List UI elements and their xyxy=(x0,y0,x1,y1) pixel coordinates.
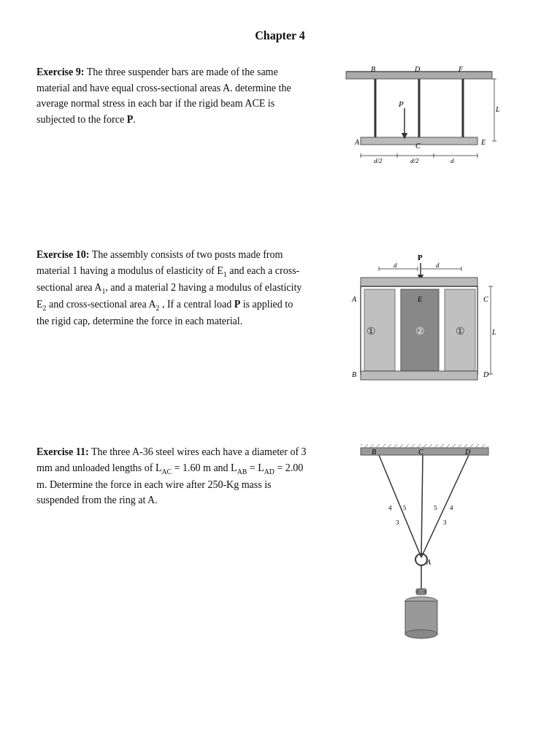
svg-point-78 xyxy=(416,590,419,593)
svg-line-60 xyxy=(421,455,423,557)
svg-text:P: P xyxy=(418,253,423,262)
exercise-11-label: Exercise 11: xyxy=(37,446,89,457)
svg-text:C: C xyxy=(415,142,421,150)
svg-text:A: A xyxy=(351,295,357,303)
svg-text:d: d xyxy=(394,262,397,269)
svg-text:d/2: d/2 xyxy=(410,157,419,164)
svg-text:3: 3 xyxy=(396,519,399,526)
exercise-9-block: Exercise 9: The three suspender bars are… xyxy=(37,64,523,210)
svg-text:①: ① xyxy=(455,326,464,337)
svg-line-61 xyxy=(421,455,469,557)
svg-text:D: D xyxy=(414,65,421,73)
svg-text:C: C xyxy=(483,295,488,303)
svg-line-59 xyxy=(379,455,421,557)
svg-text:3: 3 xyxy=(443,519,447,526)
exercise-10-diagram: P d d ① xyxy=(321,247,523,408)
svg-text:d: d xyxy=(450,157,454,164)
exercise-10-body: The assembly consists of two posts made … xyxy=(37,249,302,327)
exercise-9-svg: P B D F A C E L d/2 xyxy=(339,64,507,210)
svg-text:①: ① xyxy=(366,326,375,337)
svg-text:d/2: d/2 xyxy=(374,157,383,164)
svg-text:F: F xyxy=(458,65,464,73)
exercise-11-diagram: B C D 4 3 5 5 4 3 A xyxy=(321,444,523,649)
svg-text:d: d xyxy=(436,262,440,269)
exercise-10-text: Exercise 10: The assembly consists of tw… xyxy=(37,247,307,329)
svg-text:B: B xyxy=(372,448,376,456)
svg-rect-76 xyxy=(405,601,437,634)
chapter-title: Chapter 4 xyxy=(37,29,523,42)
svg-text:②: ② xyxy=(415,326,424,337)
svg-text:5: 5 xyxy=(434,504,437,511)
exercise-11-text: Exercise 11: The three A-36 steel wires … xyxy=(37,444,307,508)
exercise-10-block: Exercise 10: The assembly consists of tw… xyxy=(37,247,523,408)
exercise-9-text: Exercise 9: The three suspender bars are… xyxy=(37,64,307,128)
exercise-11-block: Exercise 11: The three A-36 steel wires … xyxy=(37,444,523,649)
svg-text:A: A xyxy=(426,558,431,566)
svg-text:P: P xyxy=(398,99,404,108)
exercise-11-svg: B C D 4 3 5 5 4 3 A xyxy=(339,444,507,649)
svg-text:4: 4 xyxy=(388,504,392,511)
svg-point-77 xyxy=(405,630,437,638)
svg-text:D: D xyxy=(464,448,471,456)
svg-text:4: 4 xyxy=(450,504,453,511)
svg-text:E: E xyxy=(480,138,486,146)
exercise-9-label: Exercise 9: xyxy=(37,66,84,77)
exercise-10-label: Exercise 10: xyxy=(37,249,89,260)
page: Chapter 4 Exercise 9: The three suspende… xyxy=(0,0,560,748)
svg-text:B: B xyxy=(352,370,356,378)
svg-text:D: D xyxy=(483,370,489,378)
svg-text:L: L xyxy=(491,328,496,336)
svg-point-79 xyxy=(423,590,426,593)
svg-text:B: B xyxy=(371,65,375,73)
svg-rect-37 xyxy=(361,278,477,286)
svg-text:E: E xyxy=(417,295,422,303)
exercise-9-diagram: P B D F A C E L d/2 xyxy=(321,64,523,210)
svg-text:5: 5 xyxy=(403,504,407,511)
svg-text:L: L xyxy=(495,105,500,113)
svg-text:A: A xyxy=(354,138,360,146)
svg-rect-55 xyxy=(361,371,477,380)
svg-text:C: C xyxy=(418,448,423,456)
exercise-10-svg: P d d ① xyxy=(339,247,507,408)
